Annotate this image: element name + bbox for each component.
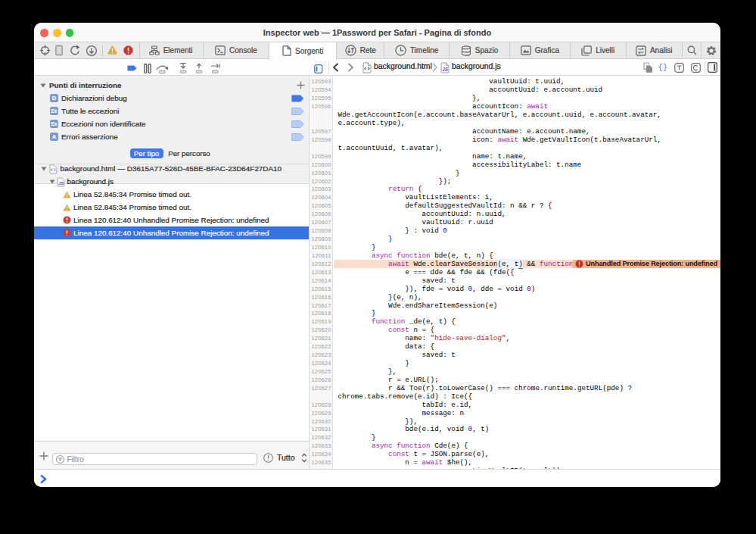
svg-text:JS: JS [58,180,64,185]
svg-text:JS: JS [442,66,449,71]
